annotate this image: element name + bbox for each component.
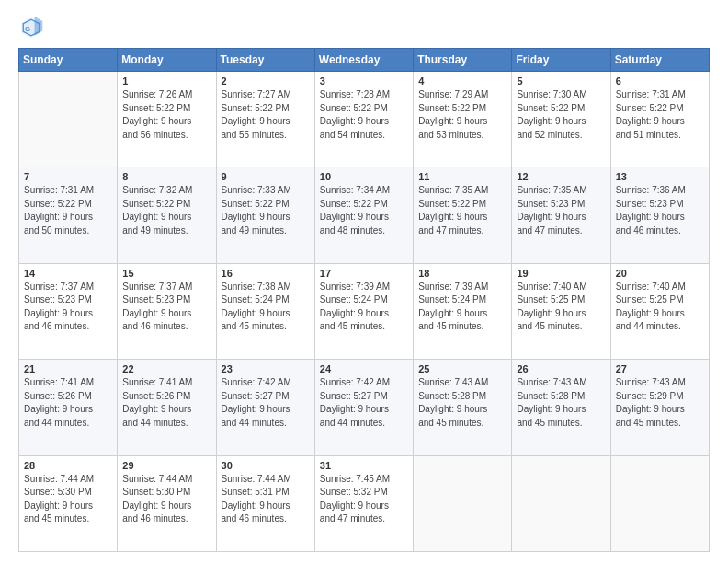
day-info: Sunrise: 7:43 AM Sunset: 5:28 PM Dayligh… (517, 376, 605, 430)
day-number: 2 (222, 75, 310, 86)
calendar-cell: 3Sunrise: 7:28 AM Sunset: 5:22 PM Daylig… (314, 72, 413, 167)
calendar-cell: 7Sunrise: 7:31 AM Sunset: 5:22 PM Daylig… (19, 167, 118, 263)
week-row-5: 28Sunrise: 7:44 AM Sunset: 5:30 PM Dayli… (19, 455, 710, 551)
day-number: 9 (222, 171, 310, 182)
calendar-cell (19, 72, 118, 167)
day-info: Sunrise: 7:37 AM Sunset: 5:23 PM Dayligh… (122, 281, 210, 334)
day-info: Sunrise: 7:44 AM Sunset: 5:30 PM Dayligh… (24, 473, 112, 526)
day-number: 27 (616, 363, 704, 374)
day-info: Sunrise: 7:31 AM Sunset: 5:22 PM Dayligh… (616, 88, 704, 142)
day-info: Sunrise: 7:38 AM Sunset: 5:24 PM Dayligh… (222, 281, 310, 334)
calendar-cell: 23Sunrise: 7:42 AM Sunset: 5:27 PM Dayli… (216, 360, 314, 455)
day-info: Sunrise: 7:39 AM Sunset: 5:24 PM Dayligh… (418, 281, 506, 334)
day-info: Sunrise: 7:27 AM Sunset: 5:22 PM Dayligh… (222, 88, 310, 142)
calendar-cell: 15Sunrise: 7:37 AM Sunset: 5:23 PM Dayli… (118, 263, 216, 359)
calendar-cell: 26Sunrise: 7:43 AM Sunset: 5:28 PM Dayli… (512, 360, 610, 455)
day-info: Sunrise: 7:43 AM Sunset: 5:29 PM Dayligh… (616, 376, 704, 430)
day-number: 21 (24, 363, 112, 374)
calendar-cell: 31Sunrise: 7:45 AM Sunset: 5:32 PM Dayli… (314, 455, 413, 551)
calendar-cell: 24Sunrise: 7:42 AM Sunset: 5:27 PM Dayli… (314, 360, 413, 455)
day-info: Sunrise: 7:35 AM Sunset: 5:23 PM Dayligh… (517, 184, 605, 237)
day-info: Sunrise: 7:40 AM Sunset: 5:25 PM Dayligh… (517, 281, 605, 334)
week-row-2: 7Sunrise: 7:31 AM Sunset: 5:22 PM Daylig… (19, 167, 710, 263)
day-number: 13 (616, 171, 704, 182)
day-number: 29 (122, 460, 210, 471)
day-info: Sunrise: 7:30 AM Sunset: 5:22 PM Dayligh… (517, 88, 605, 142)
weekday-header-monday: Monday (118, 49, 216, 72)
calendar-cell: 11Sunrise: 7:35 AM Sunset: 5:22 PM Dayli… (414, 167, 512, 263)
day-number: 15 (122, 268, 210, 279)
week-row-3: 14Sunrise: 7:37 AM Sunset: 5:23 PM Dayli… (19, 263, 710, 359)
day-number: 3 (320, 75, 408, 86)
header: G (18, 15, 710, 40)
calendar-cell: 28Sunrise: 7:44 AM Sunset: 5:30 PM Dayli… (19, 455, 118, 551)
logo-icon: G (18, 15, 44, 40)
day-number: 20 (616, 268, 704, 279)
day-number: 1 (122, 75, 210, 86)
day-info: Sunrise: 7:42 AM Sunset: 5:27 PM Dayligh… (320, 376, 408, 430)
calendar-cell: 9Sunrise: 7:33 AM Sunset: 5:22 PM Daylig… (216, 167, 314, 263)
weekday-header-sunday: Sunday (19, 49, 118, 72)
day-number: 6 (616, 75, 704, 86)
day-number: 23 (222, 363, 310, 374)
day-info: Sunrise: 7:31 AM Sunset: 5:22 PM Dayligh… (24, 184, 112, 237)
day-number: 25 (418, 363, 506, 374)
page: G SundayMondayTuesdayWednesdayThursdayFr… (0, 0, 728, 563)
day-info: Sunrise: 7:26 AM Sunset: 5:22 PM Dayligh… (122, 88, 210, 142)
calendar-cell: 13Sunrise: 7:36 AM Sunset: 5:23 PM Dayli… (610, 167, 709, 263)
calendar-cell: 2Sunrise: 7:27 AM Sunset: 5:22 PM Daylig… (216, 72, 314, 167)
calendar-cell: 6Sunrise: 7:31 AM Sunset: 5:22 PM Daylig… (610, 72, 709, 167)
calendar-cell (512, 455, 610, 551)
calendar-cell: 16Sunrise: 7:38 AM Sunset: 5:24 PM Dayli… (216, 263, 314, 359)
calendar-cell: 22Sunrise: 7:41 AM Sunset: 5:26 PM Dayli… (118, 360, 216, 455)
calendar-cell: 25Sunrise: 7:43 AM Sunset: 5:28 PM Dayli… (414, 360, 512, 455)
day-info: Sunrise: 7:42 AM Sunset: 5:27 PM Dayligh… (222, 376, 310, 430)
day-number: 10 (320, 171, 408, 182)
day-number: 16 (222, 268, 310, 279)
logo: G (18, 15, 48, 40)
weekday-header-thursday: Thursday (414, 49, 512, 72)
day-number: 7 (24, 171, 112, 182)
weekday-header-tuesday: Tuesday (216, 49, 314, 72)
day-info: Sunrise: 7:40 AM Sunset: 5:25 PM Dayligh… (616, 281, 704, 334)
day-number: 31 (320, 460, 408, 471)
calendar-cell: 30Sunrise: 7:44 AM Sunset: 5:31 PM Dayli… (216, 455, 314, 551)
calendar-cell: 29Sunrise: 7:44 AM Sunset: 5:30 PM Dayli… (118, 455, 216, 551)
day-number: 5 (517, 75, 605, 86)
calendar-cell: 10Sunrise: 7:34 AM Sunset: 5:22 PM Dayli… (314, 167, 413, 263)
calendar-cell: 12Sunrise: 7:35 AM Sunset: 5:23 PM Dayli… (512, 167, 610, 263)
day-number: 14 (24, 268, 112, 279)
day-info: Sunrise: 7:29 AM Sunset: 5:22 PM Dayligh… (418, 88, 506, 142)
week-row-4: 21Sunrise: 7:41 AM Sunset: 5:26 PM Dayli… (19, 360, 710, 455)
calendar-cell: 17Sunrise: 7:39 AM Sunset: 5:24 PM Dayli… (314, 263, 413, 359)
day-info: Sunrise: 7:32 AM Sunset: 5:22 PM Dayligh… (122, 184, 210, 237)
day-info: Sunrise: 7:44 AM Sunset: 5:30 PM Dayligh… (122, 473, 210, 526)
calendar-cell: 20Sunrise: 7:40 AM Sunset: 5:25 PM Dayli… (610, 263, 709, 359)
weekday-header-wednesday: Wednesday (314, 49, 413, 72)
day-info: Sunrise: 7:36 AM Sunset: 5:23 PM Dayligh… (616, 184, 704, 237)
weekday-header-row: SundayMondayTuesdayWednesdayThursdayFrid… (19, 49, 710, 72)
day-number: 30 (222, 460, 310, 471)
calendar-cell: 19Sunrise: 7:40 AM Sunset: 5:25 PM Dayli… (512, 263, 610, 359)
day-info: Sunrise: 7:45 AM Sunset: 5:32 PM Dayligh… (320, 473, 408, 526)
week-row-1: 1Sunrise: 7:26 AM Sunset: 5:22 PM Daylig… (19, 72, 710, 167)
calendar-cell: 14Sunrise: 7:37 AM Sunset: 5:23 PM Dayli… (19, 263, 118, 359)
day-number: 17 (320, 268, 408, 279)
day-number: 28 (24, 460, 112, 471)
day-number: 26 (517, 363, 605, 374)
calendar-cell: 27Sunrise: 7:43 AM Sunset: 5:29 PM Dayli… (610, 360, 709, 455)
day-info: Sunrise: 7:39 AM Sunset: 5:24 PM Dayligh… (320, 281, 408, 334)
calendar-cell: 4Sunrise: 7:29 AM Sunset: 5:22 PM Daylig… (414, 72, 512, 167)
day-info: Sunrise: 7:34 AM Sunset: 5:22 PM Dayligh… (320, 184, 408, 237)
day-number: 12 (517, 171, 605, 182)
day-number: 22 (122, 363, 210, 374)
calendar-cell (610, 455, 709, 551)
day-number: 18 (418, 268, 506, 279)
calendar-cell: 1Sunrise: 7:26 AM Sunset: 5:22 PM Daylig… (118, 72, 216, 167)
calendar-cell: 18Sunrise: 7:39 AM Sunset: 5:24 PM Dayli… (414, 263, 512, 359)
day-info: Sunrise: 7:37 AM Sunset: 5:23 PM Dayligh… (24, 281, 112, 334)
day-number: 11 (418, 171, 506, 182)
calendar-cell (414, 455, 512, 551)
day-info: Sunrise: 7:41 AM Sunset: 5:26 PM Dayligh… (122, 376, 210, 430)
day-info: Sunrise: 7:44 AM Sunset: 5:31 PM Dayligh… (222, 473, 310, 526)
